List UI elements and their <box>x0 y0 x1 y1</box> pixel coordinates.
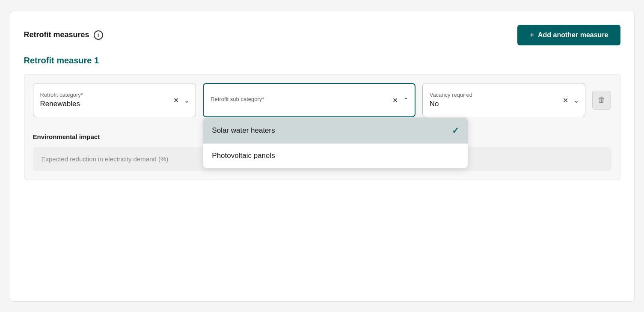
page-container: Retrofit measures i + Add another measur… <box>10 11 635 302</box>
info-icon[interactable]: i <box>94 30 103 40</box>
dropdown-item-solar[interactable]: Solar water heaters ✓ <box>203 118 468 144</box>
vacancy-label: Vacancy required <box>430 92 579 98</box>
subcategory-dropdown-button[interactable]: ⌃ <box>402 95 410 105</box>
subcategory-dropdown-menu: Solar water heaters ✓ Photovoltaic panel… <box>203 117 468 168</box>
retrofit-category-field[interactable]: Retrofit category* Renewables ✕ ⌄ <box>33 83 196 117</box>
delete-measure-button[interactable]: 🗑 <box>592 91 611 110</box>
category-clear-button[interactable]: ✕ <box>172 95 180 105</box>
vacancy-dropdown-button[interactable]: ⌄ <box>573 95 580 105</box>
vacancy-value: No <box>430 100 579 108</box>
retrofit-category-wrapper: Retrofit category* Renewables ✕ ⌄ <box>33 83 196 117</box>
fields-row: Retrofit category* Renewables ✕ ⌄ Retrof… <box>33 83 611 117</box>
subcategory-icons: ✕ ⌃ <box>392 95 410 105</box>
vacancy-field[interactable]: Vacancy required No ✕ ⌄ <box>422 83 586 117</box>
retrofit-subcategory-field[interactable]: Retrofit sub category* ✕ ⌃ <box>203 83 415 117</box>
vacancy-clear-button[interactable]: ✕ <box>562 95 569 105</box>
add-measure-label: Add another measure <box>538 31 608 39</box>
dropdown-item-photovoltaic-label: Photovoltaic panels <box>212 152 275 160</box>
env-impact-placeholder: Expected reduction in electricity demand… <box>42 155 169 163</box>
vacancy-wrapper: Vacancy required No ✕ ⌄ <box>422 83 586 117</box>
header-row: Retrofit measures i + Add another measur… <box>24 25 620 45</box>
delete-icon: 🗑 <box>598 95 605 104</box>
header-left: Retrofit measures i <box>24 30 103 40</box>
page-title: Retrofit measures <box>24 30 89 39</box>
measure-card: Retrofit category* Renewables ✕ ⌄ Retrof… <box>24 74 620 180</box>
retrofit-subcategory-wrapper: Retrofit sub category* ✕ ⌃ Solar water h… <box>203 83 415 117</box>
vacancy-icons: ✕ ⌄ <box>562 95 580 105</box>
category-icons: ✕ ⌄ <box>172 95 190 105</box>
retrofit-category-value: Renewables <box>40 100 189 108</box>
add-measure-button[interactable]: + Add another measure <box>517 25 620 45</box>
retrofit-category-label: Retrofit category* <box>40 92 189 98</box>
plus-icon: + <box>529 31 534 39</box>
dropdown-item-solar-label: Solar water heaters <box>212 126 275 135</box>
dropdown-item-photovoltaic[interactable]: Photovoltaic panels <box>203 144 468 168</box>
checkmark-icon: ✓ <box>452 125 459 136</box>
category-dropdown-button[interactable]: ⌄ <box>183 95 190 105</box>
measure-section-title: Retrofit measure 1 <box>24 56 620 65</box>
retrofit-subcategory-label: Retrofit sub category* <box>211 96 407 102</box>
subcategory-clear-button[interactable]: ✕ <box>392 95 399 105</box>
